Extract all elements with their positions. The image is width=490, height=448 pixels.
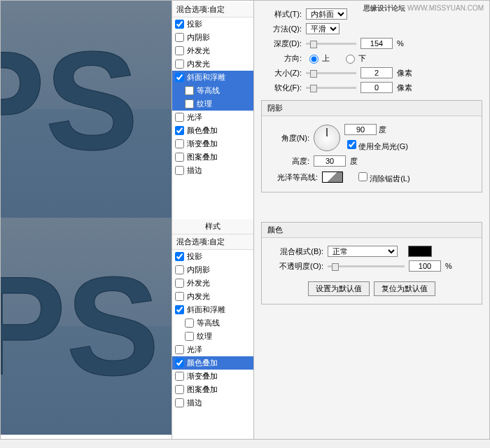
style-item[interactable]: 渐变叠加 bbox=[172, 370, 253, 383]
style-item-checkbox[interactable] bbox=[185, 99, 194, 108]
depth-slider[interactable] bbox=[306, 43, 356, 45]
style-item[interactable]: 描边 bbox=[172, 396, 253, 410]
opacity-input[interactable] bbox=[409, 260, 441, 272]
angle-input[interactable] bbox=[344, 124, 377, 135]
direction-down[interactable]: 下 bbox=[342, 52, 366, 64]
style-item[interactable]: 斜面和浮雕 bbox=[172, 303, 253, 316]
style-item[interactable]: 外发光 bbox=[172, 276, 253, 290]
style-item[interactable]: 等高线 bbox=[172, 316, 253, 330]
style-item[interactable]: 外发光 bbox=[172, 44, 253, 57]
blendmode-select[interactable]: 正常 bbox=[328, 246, 398, 257]
preview-top: PS bbox=[1, 1, 172, 218]
style-item[interactable]: 颜色叠加 bbox=[172, 356, 253, 370]
style-list-1: 混合选项:自定 投影内阴影外发光内发光斜面和浮雕等高线纹理光泽颜色叠加渐变叠加图… bbox=[172, 1, 254, 218]
size-input[interactable] bbox=[360, 67, 393, 78]
style-list-2: 样式 混合选项:自定 投影内阴影外发光内发光斜面和浮雕等高线纹理光泽颜色叠加渐变… bbox=[172, 218, 254, 439]
altitude-input[interactable] bbox=[314, 155, 346, 167]
gloss-contour-label: 光泽等高线: bbox=[269, 172, 318, 183]
preview-bottom: PS bbox=[1, 218, 172, 435]
opacity-slider[interactable] bbox=[328, 265, 405, 267]
style-item-checkbox[interactable] bbox=[185, 318, 194, 328]
blend-header-2: 混合选项:自定 bbox=[172, 234, 253, 250]
style-item-checkbox[interactable] bbox=[175, 20, 184, 29]
style-item[interactable]: 光泽 bbox=[172, 111, 253, 124]
style-item-checkbox[interactable] bbox=[185, 332, 194, 341]
antialias-checkbox[interactable]: 消除锯齿(L) bbox=[356, 170, 410, 184]
style-select[interactable]: 内斜面 bbox=[306, 8, 347, 20]
size-label: 大小(Z): bbox=[261, 68, 302, 78]
style-item-label: 纹理 bbox=[197, 331, 212, 342]
style-item[interactable]: 斜面和浮雕 bbox=[172, 71, 253, 84]
style-item[interactable]: 投影 bbox=[172, 250, 253, 263]
technique-select[interactable]: 平滑 bbox=[306, 23, 340, 34]
gloss-contour-swatch[interactable] bbox=[322, 172, 343, 183]
style-item-checkbox[interactable] bbox=[185, 86, 194, 95]
style-item-checkbox[interactable] bbox=[175, 73, 184, 82]
style-item-checkbox[interactable] bbox=[175, 153, 184, 162]
style-label: 样式(T): bbox=[261, 9, 302, 20]
style-item-label: 外发光 bbox=[187, 46, 210, 56]
direction-up[interactable]: 上 bbox=[306, 52, 330, 64]
altitude-label: 高度: bbox=[269, 156, 309, 167]
style-item[interactable]: 光泽 bbox=[172, 343, 253, 356]
style-item-label: 颜色叠加 bbox=[187, 358, 218, 368]
style-item-checkbox[interactable] bbox=[175, 372, 184, 381]
style-item[interactable]: 内阴影 bbox=[172, 263, 253, 276]
style-item-checkbox[interactable] bbox=[175, 126, 184, 135]
color-overlay-panel: 颜色 混合模式(B):正常 不透明度(O):% 设置为默认值 复位为默认值 bbox=[254, 218, 489, 439]
style-item-checkbox[interactable] bbox=[175, 166, 184, 175]
style-item[interactable]: 内发光 bbox=[172, 290, 253, 303]
style-item[interactable]: 纹理 bbox=[172, 330, 253, 343]
opacity-label: 不透明度(O): bbox=[269, 261, 323, 272]
style-item[interactable]: 内阴影 bbox=[172, 31, 253, 44]
style-item[interactable]: 颜色叠加 bbox=[172, 124, 253, 137]
style-item-label: 光泽 bbox=[187, 112, 202, 122]
style-item-checkbox[interactable] bbox=[175, 292, 184, 301]
soften-input[interactable] bbox=[360, 82, 393, 93]
style-item-label: 图案叠加 bbox=[187, 384, 218, 395]
size-slider[interactable] bbox=[306, 72, 356, 74]
style-item-checkbox[interactable] bbox=[175, 46, 184, 55]
style-item-label: 外发光 bbox=[187, 278, 210, 288]
style-item[interactable]: 渐变叠加 bbox=[172, 137, 253, 150]
angle-dial[interactable] bbox=[314, 125, 340, 151]
style-item[interactable]: 内发光 bbox=[172, 57, 253, 71]
style-item-checkbox[interactable] bbox=[175, 33, 184, 42]
style-item[interactable]: 图案叠加 bbox=[172, 150, 253, 164]
style-item[interactable]: 投影 bbox=[172, 18, 253, 31]
technique-label: 方法(Q): bbox=[261, 24, 302, 34]
style-item[interactable]: 图案叠加 bbox=[172, 383, 253, 396]
color-section-title: 颜色 bbox=[262, 223, 482, 238]
style-item-label: 内发光 bbox=[187, 291, 210, 302]
style-item-label: 等高线 bbox=[197, 318, 220, 328]
soften-slider[interactable] bbox=[306, 87, 356, 89]
style-item-checkbox[interactable] bbox=[175, 113, 184, 122]
style-item[interactable]: 等高线 bbox=[172, 84, 253, 97]
style-item-checkbox[interactable] bbox=[175, 305, 184, 314]
reset-default-button[interactable]: 复位为默认值 bbox=[374, 281, 435, 296]
overlay-color-swatch[interactable] bbox=[408, 246, 432, 257]
set-default-button[interactable]: 设置为默认值 bbox=[308, 281, 370, 296]
style-item-label: 内阴影 bbox=[187, 265, 210, 275]
style-item-label: 渐变叠加 bbox=[187, 139, 218, 149]
style-item-checkbox[interactable] bbox=[175, 398, 184, 407]
direction-label: 方向: bbox=[261, 53, 302, 64]
style-item-label: 内发光 bbox=[187, 59, 210, 69]
style-item-label: 光泽 bbox=[187, 344, 202, 355]
style-item[interactable]: 描边 bbox=[172, 164, 253, 177]
blend-header: 混合选项:自定 bbox=[172, 2, 253, 18]
style-item-checkbox[interactable] bbox=[175, 265, 184, 274]
style-item-checkbox[interactable] bbox=[175, 59, 184, 69]
style-item-label: 描边 bbox=[187, 398, 202, 408]
depth-input[interactable] bbox=[360, 38, 393, 49]
style-item-checkbox[interactable] bbox=[175, 385, 184, 394]
global-light-checkbox[interactable]: 使用全局光(G) bbox=[344, 142, 408, 150]
style-item-checkbox[interactable] bbox=[175, 345, 184, 354]
style-item-checkbox[interactable] bbox=[175, 139, 184, 148]
style-item-label: 渐变叠加 bbox=[187, 371, 218, 382]
style-item[interactable]: 纹理 bbox=[172, 97, 253, 111]
bevel-panel: 思缘设计论坛 WWW.MISSYUAN.COM 样式(T):内斜面 方法(Q):… bbox=[254, 1, 489, 218]
style-item-checkbox[interactable] bbox=[175, 252, 184, 261]
style-item-checkbox[interactable] bbox=[175, 279, 184, 288]
style-item-checkbox[interactable] bbox=[175, 358, 184, 368]
